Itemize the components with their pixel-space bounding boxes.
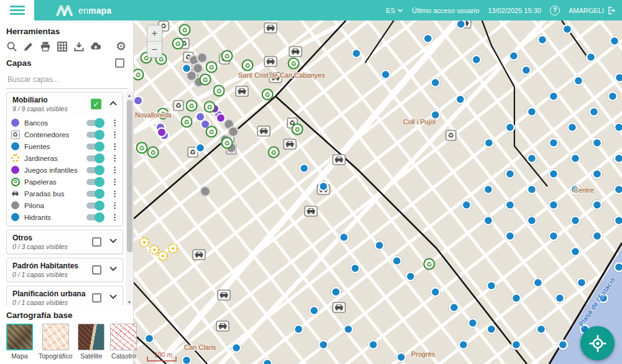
chevron-down-icon[interactable]: [109, 294, 118, 303]
map-marker-parada-bus[interactable]: [333, 155, 345, 165]
layer-visibility-toggle[interactable]: [86, 143, 103, 150]
map-marker-fuente[interactable]: [182, 356, 191, 364]
map-marker-juegos[interactable]: [157, 128, 166, 137]
brand-logo[interactable]: enmapa: [55, 4, 111, 17]
map-marker-papelera[interactable]: ♻: [173, 39, 183, 49]
map-marker-papelera[interactable]: ♻: [292, 124, 303, 135]
map-marker-fuente[interactable]: [571, 154, 580, 163]
map-marker-fuente[interactable]: [555, 294, 564, 303]
map-marker-parada-bus[interactable]: [289, 47, 302, 57]
table-grid-icon[interactable]: [57, 41, 68, 52]
map-marker-papelera[interactable]: ♻: [289, 58, 299, 69]
map-marker-papelera[interactable]: ♻: [207, 127, 217, 137]
map-marker-fuente[interactable]: [527, 216, 536, 225]
basemap-thumb-cat[interactable]: [110, 324, 137, 350]
map-marker-fuente[interactable]: [459, 340, 468, 349]
map-marker-jardinera[interactable]: [140, 238, 149, 247]
map-marker-fuente[interactable]: [472, 55, 481, 64]
map-marker-fuente[interactable]: [506, 170, 514, 178]
map-marker-fuente[interactable]: [485, 139, 493, 147]
map-marker-fuente[interactable]: [512, 294, 521, 303]
map-marker-pilona[interactable]: [200, 186, 210, 196]
map-marker-fuente[interactable]: [590, 107, 598, 116]
scroll-up-arrow[interactable]: ▲: [126, 92, 133, 99]
map-marker-fuente[interactable]: [593, 232, 601, 240]
map-marker-parada-bus[interactable]: [193, 250, 205, 260]
map-marker-fuente[interactable]: [406, 272, 415, 281]
map-marker-papelera[interactable]: ♻: [182, 117, 192, 127]
map-marker-parada-bus[interactable]: [258, 126, 270, 136]
map-marker-parada-bus[interactable]: [333, 303, 345, 312]
map-marker-parada-bus[interactable]: [264, 57, 277, 66]
map-marker-pilona[interactable]: [197, 53, 207, 63]
group-checkbox[interactable]: [92, 237, 101, 247]
map-marker-fuente[interactable]: [484, 185, 493, 194]
map-marker-contenedor[interactable]: ♻: [174, 101, 183, 111]
layer-visibility-toggle[interactable]: [86, 214, 103, 221]
layer-visibility-toggle[interactable]: [86, 191, 103, 197]
map-marker-fuente[interactable]: [506, 201, 514, 209]
map-marker-fuente[interactable]: [506, 123, 514, 132]
map-marker-fuente[interactable]: [456, 95, 465, 104]
map-marker-papelera[interactable]: ♻: [187, 101, 197, 111]
layer-options-kebab-icon[interactable]: ⋮: [109, 201, 120, 209]
map-marker-fuente[interactable]: [310, 306, 318, 315]
map-marker-fuente[interactable]: [512, 340, 521, 349]
map-marker-fuente[interactable]: [538, 35, 547, 44]
layer-options-kebab-icon[interactable]: ⋮: [109, 142, 120, 150]
scroll-down-arrow[interactable]: ▼: [126, 299, 133, 306]
map-marker-banco[interactable]: [134, 96, 142, 105]
map-marker-parada-bus[interactable]: [236, 86, 248, 96]
map-marker-papelera[interactable]: ♻: [222, 51, 233, 61]
map-marker-papelera[interactable]: ♻: [200, 75, 211, 85]
layer-group-header[interactable]: Padrón Habitantes0 / 1 capas visibles: [7, 258, 123, 281]
map-marker-fuente[interactable]: [593, 201, 601, 209]
group-checkbox-checked[interactable]: ✓: [91, 99, 101, 109]
layers-scrollbar[interactable]: ▲ ▼: [126, 92, 133, 306]
download-icon[interactable]: [73, 41, 85, 52]
map-marker-fuente[interactable]: [450, 303, 458, 312]
map-marker-fuente[interactable]: [574, 76, 583, 85]
hamburger-menu-icon[interactable]: [10, 4, 25, 17]
map-marker-fuente[interactable]: [527, 185, 536, 194]
zoom-in-button[interactable]: +: [147, 25, 162, 41]
map-marker-parada-bus[interactable]: [216, 321, 229, 331]
map-marker-contenedor[interactable]: ♻: [446, 130, 456, 140]
language-selector[interactable]: ES: [386, 7, 404, 14]
map-marker-fuente[interactable]: [509, 52, 518, 60]
group-checkbox[interactable]: [92, 265, 101, 275]
map-marker-fuente[interactable]: [615, 216, 622, 225]
map-marker-fuente[interactable]: [340, 233, 348, 242]
map-marker-fuente[interactable]: [263, 359, 272, 364]
layer-options-kebab-icon[interactable]: ⋮: [109, 166, 120, 174]
map-marker-fuente[interactable]: [375, 241, 384, 250]
layer-group-header[interactable]: Planificación urbana0 / 1 capas visibles: [7, 286, 123, 306]
map-marker-fuente[interactable]: [615, 154, 622, 163]
map-marker-fuente[interactable]: [145, 334, 154, 343]
layers-master-checkbox[interactable]: [115, 58, 124, 68]
map-marker-fuente[interactable]: [381, 70, 390, 79]
layer-visibility-toggle[interactable]: [86, 155, 103, 162]
layer-options-kebab-icon[interactable]: ⋮: [109, 178, 120, 186]
settings-gear-icon[interactable]: ⚙: [116, 41, 127, 52]
map-marker-fuente[interactable]: [487, 325, 496, 334]
map-marker-fuente[interactable]: [344, 325, 353, 334]
map-svg[interactable]: ♻♻♻♻♻♻♻♻♻♻♻♻♻♻♻♻♻♻♻♻♻♻♻♻♻♻♻♻♻♻♻♻♻♻♻ Sant…: [134, 20, 622, 364]
map-marker-fuente[interactable]: [615, 263, 622, 271]
chevron-up-icon[interactable]: [109, 100, 118, 109]
map-marker-fuente[interactable]: [563, 25, 572, 34]
layer-options-kebab-icon[interactable]: ⋮: [109, 119, 120, 127]
map-marker-papelera[interactable]: ♻: [205, 102, 215, 112]
print-icon[interactable]: [40, 41, 51, 52]
map-marker-fuente[interactable]: [571, 216, 580, 225]
map-marker-papelera[interactable]: ♻: [222, 138, 233, 148]
search-icon[interactable]: [6, 41, 17, 52]
map-marker-fuente[interactable]: [457, 20, 465, 29]
map-marker-jardinera[interactable]: [159, 252, 167, 260]
map-marker-papelera[interactable]: ♻: [269, 147, 279, 158]
map-marker-parada-bus[interactable]: [218, 290, 230, 300]
map-marker-papelera[interactable]: ♻: [134, 70, 144, 80]
map-marker-fuente[interactable]: [571, 247, 580, 256]
map-marker-fuente[interactable]: [506, 232, 514, 240]
map-marker-fuente[interactable]: [351, 264, 360, 273]
